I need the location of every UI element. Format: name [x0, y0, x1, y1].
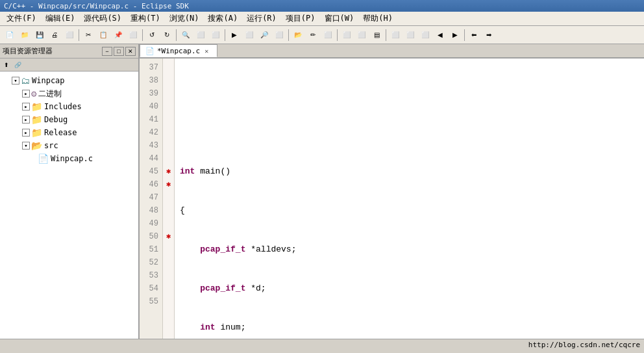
menu-window[interactable]: 窗口(W) — [321, 12, 358, 25]
toolbar-sep1 — [79, 29, 79, 41]
toolbar-btn29[interactable]: ▶ — [448, 28, 462, 42]
winpcap-c-file-icon: 📄 — [38, 153, 49, 164]
ln-44: 44 — [142, 152, 158, 165]
gutter-43 — [163, 139, 174, 152]
toolbar-btn9[interactable]: ⬜ — [126, 28, 140, 42]
toolbar-btn23[interactable]: ⬜ — [354, 28, 369, 42]
panel-toolbar-link-btn[interactable]: 🔗 — [12, 60, 23, 70]
toolbar-sep3 — [176, 29, 177, 41]
menu-refactor[interactable]: 重构(T) — [127, 12, 164, 25]
toolbar-btn14[interactable]: ⬜ — [208, 28, 223, 42]
editor-area: 📄 *Winpcap.c ✕ 37 38 39 40 41 42 43 44 4… — [140, 44, 644, 339]
toolbar-back-btn[interactable]: ↺ — [145, 28, 159, 42]
tab-close-btn[interactable]: ✕ — [203, 47, 210, 55]
gutter-40 — [163, 100, 174, 113]
toggle-binary[interactable]: ▸ — [22, 90, 30, 98]
toolbar-btn17[interactable]: 🔎 — [257, 28, 271, 42]
gutter-42 — [163, 126, 174, 139]
toolbar-new-btn[interactable]: 📄 — [3, 28, 17, 42]
toolbar-btn12[interactable]: 🔍 — [179, 28, 193, 42]
ln-45: 45 — [142, 165, 158, 178]
ln-55: 55 — [142, 295, 158, 308]
toolbar-btn6[interactable]: ✂ — [81, 28, 95, 42]
toolbar-save-btn[interactable]: 💾 — [32, 28, 47, 42]
tree-item-includes[interactable]: ▸ 📁 Includes — [0, 100, 138, 113]
code-content[interactable]: int main() { pcap_if_t *alldevs; pcap_if… — [175, 59, 644, 339]
toolbar-btn27[interactable]: ⬜ — [418, 28, 432, 42]
gutter-52 — [163, 256, 174, 269]
toolbar-btn13[interactable]: ⬜ — [193, 28, 208, 42]
menu-edit[interactable]: 编辑(E) — [42, 12, 79, 25]
menu-source[interactable]: 源代码(S) — [80, 12, 125, 25]
tree-item-binary[interactable]: ▸ ⚙ 二进制 — [0, 87, 138, 100]
tab-file-icon: 📄 — [145, 47, 155, 55]
toolbar-btn5[interactable]: ⬜ — [62, 28, 77, 42]
menu-project[interactable]: 项目(P) — [282, 12, 319, 25]
editor-tab-bar: 📄 *Winpcap.c ✕ — [140, 44, 644, 59]
tree-item-src[interactable]: ▾ 📂 src — [0, 139, 138, 152]
toolbar-sep2 — [142, 29, 143, 41]
code-editor[interactable]: 37 38 39 40 41 42 43 44 45 46 47 48 49 5… — [140, 59, 644, 339]
gutter-51 — [163, 243, 174, 256]
title-bar: C/C++ - Winpcap/src/Winpcap.c - Eclipse … — [0, 0, 644, 12]
toggle-winpcap[interactable]: ▾ — [12, 77, 19, 85]
menu-run[interactable]: 运行(R) — [243, 12, 280, 25]
toolbar-btn26[interactable]: ⬜ — [403, 28, 417, 42]
toggle-debug[interactable]: ▸ — [22, 116, 30, 124]
panel-close-btn[interactable]: ✕ — [125, 47, 136, 56]
panel-maximize-btn[interactable]: □ — [114, 47, 124, 56]
gutter-39 — [163, 87, 174, 100]
toolbar-sep6 — [337, 29, 338, 41]
toolbar-btn24[interactable]: ▤ — [369, 28, 384, 42]
panel-minimize-btn[interactable]: − — [102, 47, 112, 56]
toolbar-paste-btn[interactable]: 📌 — [111, 28, 125, 42]
ln-37: 37 — [142, 61, 158, 74]
tree-item-winpcap-c[interactable]: 📄 Winpcap.c — [0, 152, 138, 165]
src-label: src — [44, 141, 58, 150]
winpcap-c-label: Winpcap.c — [51, 154, 93, 163]
menu-help[interactable]: 帮助(H) — [359, 12, 397, 25]
toolbar-forward-btn[interactable]: ↻ — [160, 28, 174, 42]
menu-file[interactable]: 文件(F) — [3, 12, 40, 25]
includes-label: Includes — [44, 102, 82, 111]
panel-toolbar-collapse-btn[interactable]: ⬆ — [1, 60, 12, 70]
ln-51: 51 — [142, 243, 158, 256]
toolbar-btn28[interactable]: ◀ — [433, 28, 447, 42]
ln-50: 50 — [142, 230, 158, 243]
toolbar-btn19[interactable]: 📂 — [291, 28, 305, 42]
toolbar-btn18[interactable]: ⬜ — [272, 28, 286, 42]
toolbar-btn16[interactable]: ⬜ — [242, 28, 256, 42]
binary-label: 二进制 — [38, 88, 62, 99]
title-text: C/C++ - Winpcap/src/Winpcap.c - Eclipse … — [4, 2, 189, 10]
tree-item-debug[interactable]: ▸ 📁 Debug — [0, 113, 138, 126]
toolbar-btn31[interactable]: ➡ — [482, 28, 496, 42]
ln-53: 53 — [142, 269, 158, 282]
toolbar-run-btn[interactable]: ▶ — [227, 28, 242, 42]
ln-48: 48 — [142, 204, 158, 217]
toolbar-btn30[interactable]: ⬅ — [467, 28, 481, 42]
project-icon: 🗂 — [21, 75, 30, 86]
tree-item-release[interactable]: ▸ 📁 Release — [0, 126, 138, 139]
menu-bar: 文件(F) 编辑(E) 源代码(S) 重构(T) 浏览(N) 搜索(A) 运行(… — [0, 12, 644, 26]
ln-47: 47 — [142, 191, 158, 204]
toggle-release[interactable]: ▸ — [22, 129, 30, 137]
line-numbers: 37 38 39 40 41 42 43 44 45 46 47 48 49 5… — [140, 59, 163, 339]
menu-search[interactable]: 搜索(A) — [204, 12, 242, 25]
gutter-46-err: ✱ — [163, 178, 174, 191]
toolbar-btn22[interactable]: ⬜ — [340, 28, 354, 42]
toolbar-btn25[interactable]: ⬜ — [388, 28, 402, 42]
menu-navigate[interactable]: 浏览(N) — [166, 12, 203, 25]
toolbar-print-btn[interactable]: 🖨 — [47, 28, 62, 42]
toolbar-sep7 — [386, 29, 386, 41]
toggle-includes[interactable]: ▸ — [22, 103, 30, 111]
toolbar-btn2[interactable]: 📁 — [18, 28, 32, 42]
includes-folder-icon: 📁 — [31, 101, 42, 112]
tree-item-winpcap[interactable]: ▾ 🗂 Winpcap — [0, 74, 138, 87]
toolbar-btn20[interactable]: ✏ — [306, 28, 320, 42]
project-tree[interactable]: ▾ 🗂 Winpcap ▸ ⚙ 二进制 ▸ 📁 Includes — [0, 72, 138, 339]
ln-42: 42 — [142, 126, 158, 139]
toggle-src[interactable]: ▾ — [22, 142, 30, 150]
editor-tab-winpcap[interactable]: 📄 *Winpcap.c ✕ — [140, 44, 217, 57]
toolbar-btn21[interactable]: ⬜ — [321, 28, 335, 42]
toolbar-copy-btn[interactable]: 📋 — [96, 28, 110, 42]
